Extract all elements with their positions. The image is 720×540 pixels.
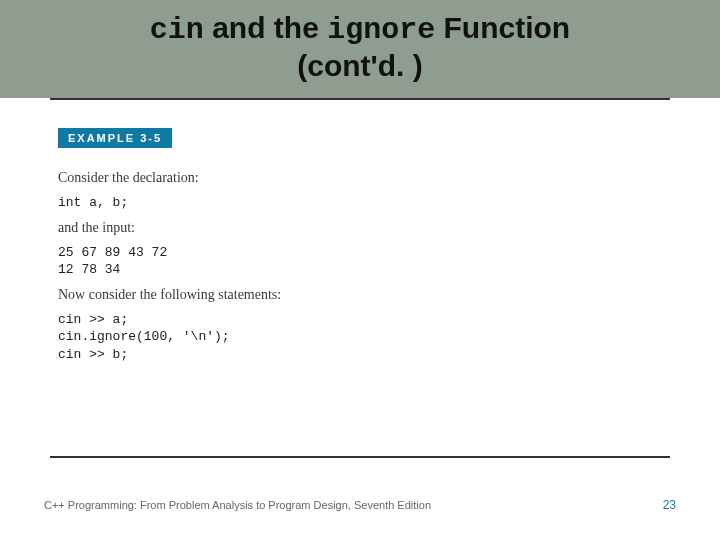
title-subtitle: (cont'd. ): [297, 49, 422, 82]
footer-text: C++ Programming: From Problem Analysis t…: [44, 499, 431, 511]
input-data: 25 67 89 43 72 12 78 34: [58, 244, 662, 279]
intro-input: and the input:: [58, 220, 662, 236]
slide-content: EXAMPLE 3-5 Consider the declaration: in…: [0, 100, 720, 540]
slide-footer: C++ Programming: From Problem Analysis t…: [0, 498, 720, 512]
title-code-cin: cin: [150, 13, 204, 47]
slide-title: cin and the ignore Function (cont'd. ): [20, 10, 700, 84]
input-line-2: 12 78 34: [58, 262, 120, 277]
title-mid: and the: [204, 11, 327, 44]
intro-declaration: Consider the declaration:: [58, 170, 662, 186]
code-declaration: int a, b;: [58, 194, 662, 212]
stmt-1: cin >> a;: [58, 312, 128, 327]
input-line-1: 25 67 89 43 72: [58, 245, 167, 260]
page-number: 23: [663, 498, 676, 512]
slide: cin and the ignore Function (cont'd. ) E…: [0, 0, 720, 540]
content-inner: EXAMPLE 3-5 Consider the declaration: in…: [50, 118, 670, 363]
title-code-ignore: ignore: [327, 13, 435, 47]
title-tail: Function: [435, 11, 570, 44]
code-statements: cin >> a; cin.ignore(100, '\n'); cin >> …: [58, 311, 662, 364]
stmt-3: cin >> b;: [58, 347, 128, 362]
intro-statements: Now consider the following statements:: [58, 287, 662, 303]
example-tag: EXAMPLE 3-5: [58, 128, 172, 148]
slide-header: cin and the ignore Function (cont'd. ): [0, 0, 720, 98]
divider-bottom: [50, 456, 670, 458]
stmt-2: cin.ignore(100, '\n');: [58, 329, 230, 344]
